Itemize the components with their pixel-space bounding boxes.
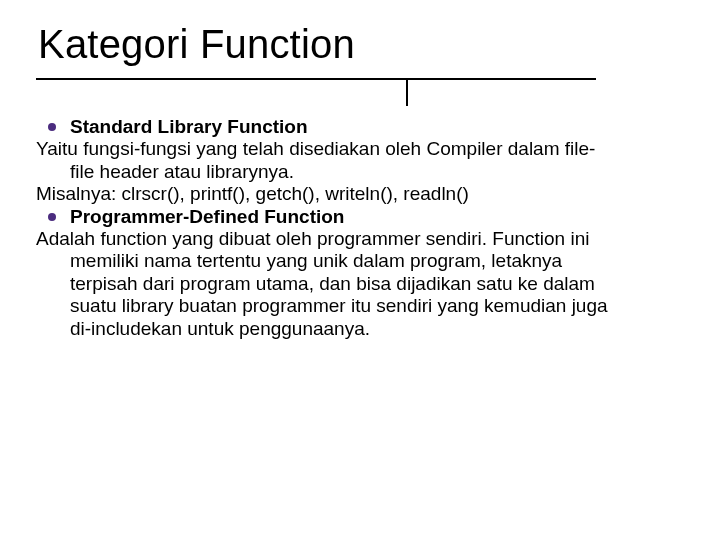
bullet-icon [48,123,56,131]
body-text: di-includekan untuk penggunaanya. [36,318,684,340]
body-text: file header atau librarynya. [36,161,684,183]
body-text: memiliki nama tertentu yang unik dalam p… [36,250,684,272]
slide: Kategori Function Standard Library Funct… [0,0,720,540]
bullet-item-standard-library: Standard Library Function [36,116,684,138]
slide-title: Kategori Function [38,22,355,67]
slide-body: Standard Library Function Yaitu fungsi-f… [36,116,684,340]
bullet-label: Standard Library Function [70,116,308,138]
title-vertical-tick [406,78,408,106]
bullet-icon [48,213,56,221]
body-text: terpisah dari program utama, dan bisa di… [36,273,684,295]
body-text: Adalah function yang dibuat oleh program… [36,228,684,250]
bullet-item-programmer-defined: Programmer-Defined Function [36,206,684,228]
title-underline [36,78,596,80]
body-text: suatu library buatan programmer itu send… [36,295,684,317]
body-text: Yaitu fungsi-fungsi yang telah disediaka… [36,138,684,160]
body-text: Misalnya: clrscr(), printf(), getch(), w… [36,183,684,205]
bullet-label: Programmer-Defined Function [70,206,344,228]
